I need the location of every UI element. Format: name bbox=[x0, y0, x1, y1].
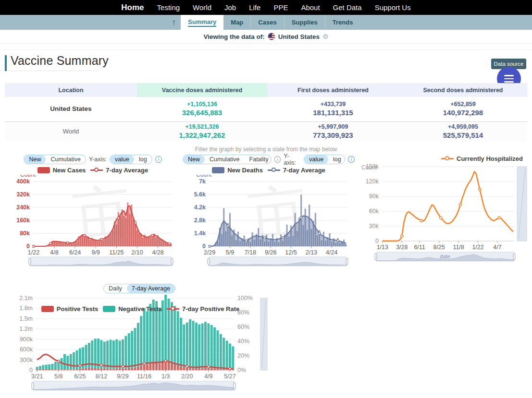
info-icon[interactable]: i bbox=[274, 156, 281, 163]
tab-cases[interactable]: Cases bbox=[251, 15, 284, 30]
nav-item-support-us[interactable]: Support Us bbox=[375, 3, 411, 12]
toggle-cumulative[interactable]: Cumulative bbox=[205, 155, 245, 164]
heading-underline bbox=[5, 71, 99, 71]
chart-toggles: Daily7-day Average bbox=[6, 283, 273, 293]
col-header-2[interactable]: First doses administered bbox=[267, 83, 399, 97]
legend-7-day-average[interactable]: 7-day Average bbox=[268, 167, 325, 174]
nav-item-life[interactable]: Life bbox=[249, 3, 260, 12]
total-value: 1,322,947,262 bbox=[179, 131, 225, 140]
nav-item-about[interactable]: About bbox=[301, 3, 320, 12]
chart-toggles: NewCumulativeFatalityiY-axis:valuelogi bbox=[183, 154, 355, 164]
datazoom-slider[interactable] bbox=[6, 381, 273, 391]
value-cell: +1,105,136326,645,883 bbox=[137, 97, 267, 121]
col-header-1[interactable]: Vaccine doses administered bbox=[137, 83, 267, 97]
tab-map[interactable]: Map bbox=[223, 15, 251, 30]
svg-text:2/13: 2/13 bbox=[306, 249, 317, 256]
svg-text:20%: 20% bbox=[237, 352, 249, 359]
svg-text:7k: 7k bbox=[199, 178, 206, 185]
svg-text:2/29: 2/29 bbox=[204, 249, 215, 256]
svg-text:1/22: 1/22 bbox=[28, 249, 39, 256]
table-row-world[interactable]: World+19,521,3261,322,947,262+5,997,9097… bbox=[5, 121, 527, 142]
svg-text:0%: 0% bbox=[237, 367, 246, 374]
nav-item-world[interactable]: World bbox=[193, 3, 211, 12]
toggle-7-day-average[interactable]: 7-day Average bbox=[127, 284, 175, 293]
nav-item-job[interactable]: Job bbox=[224, 3, 236, 12]
svg-text:2/10: 2/10 bbox=[131, 249, 143, 256]
nav-item-home[interactable]: Home bbox=[121, 3, 144, 12]
table-body: United States+1,105,136326,645,883+433,7… bbox=[5, 97, 527, 142]
svg-text:900k: 900k bbox=[20, 336, 33, 343]
svg-text:3/28: 3/28 bbox=[396, 244, 408, 251]
toggle-fatality[interactable]: Fatality bbox=[245, 155, 272, 164]
svg-text:Count: Count bbox=[20, 175, 36, 178]
value-cell: +19,521,3261,322,947,262 bbox=[137, 122, 267, 142]
tab-trends[interactable]: Trends bbox=[325, 15, 360, 30]
legend-7-day-average[interactable]: 7-day Average bbox=[90, 167, 148, 174]
delta-value: +19,521,326 bbox=[186, 123, 219, 131]
covid-dashboard: HomeTestingWorldJobLifePPEAboutGet DataS… bbox=[0, 0, 532, 398]
svg-text:1.5m: 1.5m bbox=[19, 315, 33, 322]
tab-summary[interactable]: Summary bbox=[181, 15, 223, 30]
svg-text:240k: 240k bbox=[16, 204, 30, 211]
datazoom-slider[interactable]: date bbox=[357, 252, 530, 262]
legend-positive-tests[interactable]: Positive Tests bbox=[41, 305, 98, 313]
legend-new-deaths[interactable]: New Deaths bbox=[212, 167, 263, 174]
toggle-log[interactable]: log bbox=[328, 155, 345, 164]
svg-text:400k: 400k bbox=[16, 178, 30, 185]
svg-text:600k: 600k bbox=[20, 346, 33, 353]
toggle-value[interactable]: value bbox=[304, 155, 328, 164]
chart-toggles: NewCumulativeY-axis:valuelogi bbox=[6, 154, 180, 164]
svg-text:5.6k: 5.6k bbox=[194, 191, 206, 198]
nav-item-testing[interactable]: Testing bbox=[157, 3, 180, 12]
y-axis-label: Y-axis: bbox=[89, 156, 107, 163]
scroll-top-arrow-icon[interactable]: ↑ bbox=[172, 18, 176, 27]
col-header-3[interactable]: Second doses administered bbox=[399, 83, 527, 97]
hosp-plot: 030k60k90k120k150k1/133/286/118/2511/81/… bbox=[357, 163, 530, 252]
svg-text:90k: 90k bbox=[369, 193, 379, 200]
toggle-log[interactable]: log bbox=[134, 155, 152, 164]
svg-text:8/12: 8/12 bbox=[96, 373, 107, 380]
toggle-cumulative[interactable]: Cumulative bbox=[46, 155, 86, 164]
toggle-new[interactable]: New bbox=[24, 155, 46, 164]
toggle-value[interactable]: value bbox=[110, 155, 134, 164]
svg-text:100%: 100% bbox=[237, 295, 253, 302]
svg-text:date: date bbox=[440, 253, 450, 259]
nav-item-ppe[interactable]: PPE bbox=[273, 3, 288, 12]
legend-bar-marker bbox=[41, 306, 54, 312]
legend-line-marker bbox=[268, 169, 280, 171]
toggle-daily[interactable]: Daily bbox=[104, 284, 127, 293]
legend-bar-marker bbox=[37, 167, 50, 173]
legend-7-day-positive-rate[interactable]: 7-day Positive Rate bbox=[167, 305, 239, 313]
us-flag-icon bbox=[268, 33, 275, 40]
toggle-new[interactable]: New bbox=[183, 155, 205, 164]
sub-nav: ↑SummaryMapCasesSuppliesTrends bbox=[0, 15, 532, 30]
toggle-group: NewCumulativeFatality bbox=[183, 155, 272, 164]
svg-text:9/9: 9/9 bbox=[92, 249, 100, 256]
legend-new-cases[interactable]: New Cases bbox=[37, 167, 86, 174]
hosp-chart: Currently Hospitalized030k60k90k120k150k… bbox=[357, 153, 530, 262]
svg-text:12/5: 12/5 bbox=[285, 249, 297, 256]
svg-text:120k: 120k bbox=[366, 178, 379, 185]
datazoom-slider[interactable] bbox=[183, 256, 355, 267]
gear-icon[interactable]: ⚙ bbox=[322, 33, 329, 40]
svg-text:4/24: 4/24 bbox=[326, 249, 337, 256]
svg-text:7/18: 7/18 bbox=[245, 249, 256, 256]
table-row-united-states[interactable]: United States+1,105,136326,645,883+433,7… bbox=[5, 97, 527, 121]
svg-text:0: 0 bbox=[375, 238, 379, 244]
datazoom-slider[interactable] bbox=[6, 256, 180, 267]
delta-value: +5,997,909 bbox=[318, 123, 348, 131]
svg-text:80k: 80k bbox=[20, 230, 30, 237]
tab-supplies[interactable]: Supplies bbox=[285, 15, 325, 30]
legend-currently-hospitalized[interactable]: Currently Hospitalized bbox=[441, 155, 523, 162]
info-icon[interactable]: i bbox=[155, 156, 162, 163]
country-selector[interactable]: Viewing the data of: United States ⚙ bbox=[0, 30, 532, 44]
legend-negative-tests[interactable]: Negative Tests bbox=[103, 305, 162, 313]
nav-item-get-data[interactable]: Get Data bbox=[333, 3, 362, 12]
col-header-0[interactable]: Location bbox=[5, 83, 137, 97]
svg-text:9/29: 9/29 bbox=[117, 373, 128, 380]
info-icon[interactable]: i bbox=[348, 156, 355, 163]
toggle-group: NewCumulative bbox=[24, 155, 86, 164]
svg-text:0: 0 bbox=[202, 243, 206, 250]
svg-text:4/28: 4/28 bbox=[152, 249, 163, 256]
heading-accent-bar bbox=[5, 55, 7, 71]
